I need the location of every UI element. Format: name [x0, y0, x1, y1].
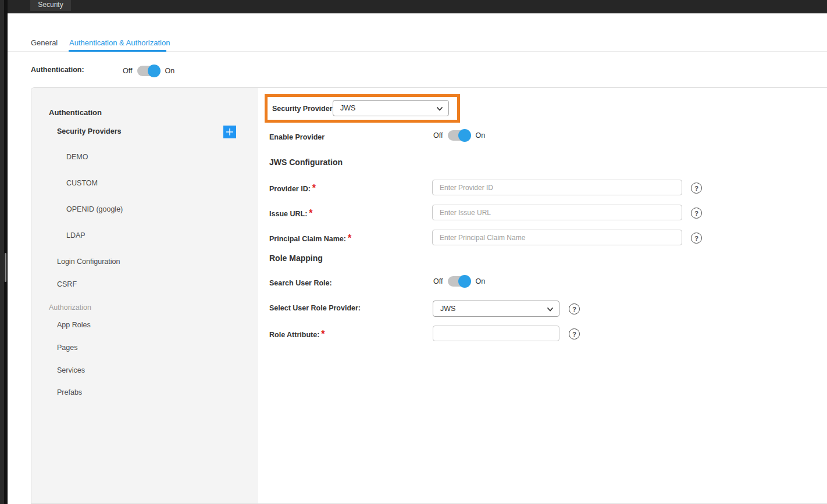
- sidebar-item-custom[interactable]: CUSTOM: [66, 179, 98, 187]
- chevron-down-icon: [436, 105, 443, 112]
- principal-claim-name-input[interactable]: [432, 230, 682, 245]
- tab-general[interactable]: General: [31, 38, 58, 47]
- role-attribute-input[interactable]: [433, 326, 559, 341]
- issue-url-label: Issue URL:*: [269, 208, 313, 219]
- toggle-off-label: Off: [433, 131, 443, 140]
- left-edge-panel: [0, 0, 4, 504]
- security-provider-select[interactable]: JWS: [333, 100, 449, 116]
- jws-configuration-heading: JWS Configuration: [269, 158, 343, 167]
- sidebar-item-app-roles[interactable]: App Roles: [57, 321, 91, 329]
- provider-config-area: Security Provider JWS Enable Provider Of…: [258, 88, 827, 503]
- sidebar-item-ldap[interactable]: LDAP: [66, 231, 85, 240]
- required-marker: *: [309, 208, 312, 218]
- toggle-off-label: Off: [123, 67, 132, 75]
- toggle-switch[interactable]: [137, 66, 159, 76]
- chevron-down-icon: [547, 306, 554, 313]
- plus-icon: [226, 128, 234, 136]
- help-icon[interactable]: ?: [569, 303, 580, 314]
- left-edge-scroll-track: [4, 0, 8, 504]
- role-attribute-label: Role Attribute:*: [269, 329, 325, 339]
- help-icon[interactable]: ?: [569, 328, 580, 339]
- issue-url-input[interactable]: [432, 205, 682, 220]
- toggle-switch[interactable]: [448, 130, 470, 141]
- sidebar-item-login-configuration[interactable]: Login Configuration: [57, 258, 120, 266]
- help-icon[interactable]: ?: [691, 208, 702, 219]
- sidebar-item-services[interactable]: Services: [57, 366, 85, 374]
- active-tab-underline: [69, 50, 166, 52]
- left-scrollbar-thumb[interactable]: [5, 253, 6, 282]
- security-provider-value: JWS: [340, 104, 355, 112]
- user-role-provider-value: JWS: [440, 305, 455, 313]
- sidebar-item-demo[interactable]: DEMO: [66, 153, 88, 161]
- user-role-provider-select[interactable]: JWS: [433, 301, 559, 317]
- add-provider-button[interactable]: [223, 126, 236, 138]
- help-icon[interactable]: ?: [691, 233, 702, 244]
- search-user-role-toggle[interactable]: Off On: [433, 275, 485, 288]
- sidebar-item-security-providers[interactable]: Security Providers: [57, 127, 121, 135]
- sidebar-item-pages[interactable]: Pages: [57, 344, 77, 352]
- security-provider-label: Security Provider: [272, 105, 333, 113]
- security-window-tab-label: Security: [38, 1, 63, 9]
- sidebar-heading-authorization: Authorization: [49, 303, 91, 312]
- sidebar-item-prefabs[interactable]: Prefabs: [57, 388, 82, 396]
- required-marker: *: [321, 329, 325, 339]
- select-user-role-provider-label: Select User Role Provider:: [269, 304, 361, 312]
- toggle-knob: [458, 275, 471, 288]
- security-sidebar: Authentication Security Providers DEMO C…: [31, 88, 258, 503]
- authentication-label: Authentication:: [31, 66, 84, 74]
- security-window-tab[interactable]: Security: [30, 0, 71, 11]
- enable-provider-label: Enable Provider: [269, 133, 325, 141]
- toggle-on-label: On: [475, 277, 485, 285]
- toggle-knob: [458, 129, 471, 142]
- enable-provider-toggle[interactable]: Off On: [433, 129, 485, 142]
- provider-id-label: Provider ID:*: [269, 183, 316, 194]
- sidebar-item-authentication[interactable]: Authentication: [49, 108, 102, 117]
- highlight-box: Security Provider JWS: [265, 94, 460, 123]
- search-user-role-label: Search User Role:: [269, 279, 332, 287]
- toggle-knob: [148, 65, 161, 77]
- provider-id-input[interactable]: [432, 180, 682, 195]
- role-mapping-heading: Role Mapping: [269, 253, 323, 263]
- toggle-off-label: Off: [433, 277, 443, 285]
- top-bar: Security: [8, 0, 827, 13]
- required-marker: *: [312, 183, 316, 193]
- toggle-on-label: On: [165, 67, 174, 75]
- principal-claim-name-label: Principal Claim Name:*: [269, 233, 351, 244]
- toggle-switch[interactable]: [448, 276, 470, 287]
- toggle-on-label: On: [475, 131, 485, 140]
- tab-authentication-authorization[interactable]: Authentication & Authorization: [69, 38, 170, 47]
- sidebar-item-csrf[interactable]: CSRF: [57, 280, 77, 288]
- help-icon[interactable]: ?: [691, 183, 702, 194]
- required-marker: *: [348, 233, 351, 243]
- authentication-toggle[interactable]: Off On: [123, 65, 174, 77]
- security-settings-panel: Authentication Security Providers DEMO C…: [31, 87, 827, 504]
- sidebar-item-openid-google[interactable]: OPENID (google): [66, 205, 123, 213]
